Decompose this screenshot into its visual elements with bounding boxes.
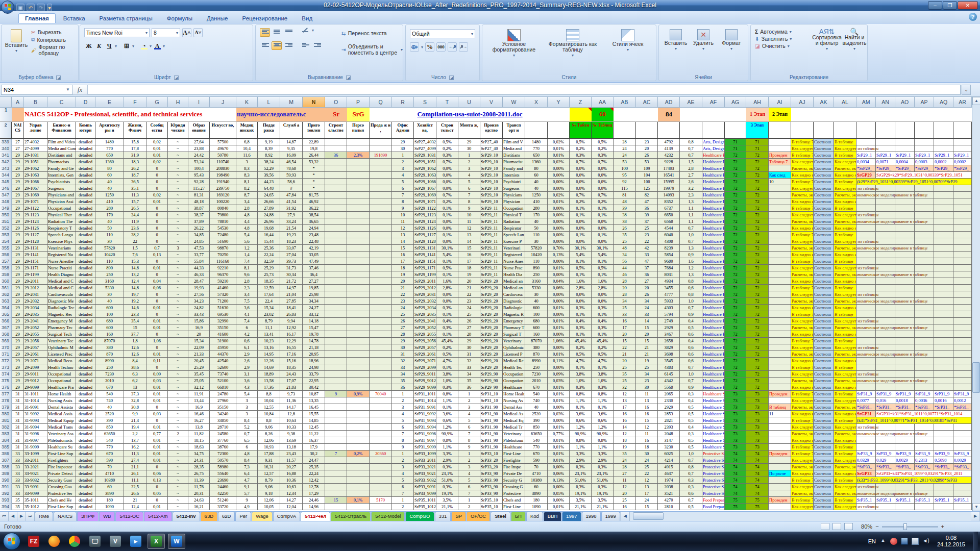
shrink-font-button[interactable]: A˅ <box>193 28 203 37</box>
column-header-R[interactable]: R <box>392 97 414 108</box>
table-row[interactable]: 3552929-1131Veterinariansdetailed578201,… <box>0 245 972 252</box>
table-row[interactable]: 3843131-9097Phlebotomistsdetailed54013,7… <box>0 437 972 444</box>
table-row[interactable]: 3853131-9099Healthcare Sudetailed77016,2… <box>0 444 972 450</box>
sheet-tab-Steel[interactable]: Steel <box>491 512 510 521</box>
column-header-AB[interactable]: AB <box>614 97 636 108</box>
table-row[interactable]: 3793131-9091Dental Assistadetailed4030,8… <box>0 404 972 411</box>
grid-row-2[interactable]: 2NAI CSУправ лениеБизнес-и ФинансовКомпь… <box>0 122 972 139</box>
horizontal-scroll-thumb[interactable] <box>633 512 664 520</box>
align-top-button[interactable] <box>260 28 270 37</box>
accounting-format-button[interactable]: ⟴ <box>410 42 419 52</box>
column-header-AQ[interactable]: AQ <box>934 97 953 108</box>
insert-function-button[interactable]: fx <box>72 85 88 95</box>
merge-center-button[interactable]: ⇥Объединить и поместить в центре▾ <box>341 43 403 56</box>
borders-button[interactable]: ⊞ <box>122 41 131 51</box>
table-row[interactable]: 3422929-1051Pharmacistsdetailed136018,30… <box>0 159 972 165</box>
tray-display-icon[interactable] <box>901 538 908 545</box>
sheet-tab-62D[interactable]: 62D <box>218 512 235 521</box>
table-row[interactable]: 3582929-1171Nurse Practitidetailed89014,… <box>0 265 972 271</box>
conditional-formatting-button[interactable]: Условное форматирование▾ <box>488 29 540 58</box>
office-button[interactable] <box>1 1 14 14</box>
column-header-AI[interactable]: AI <box>769 97 791 108</box>
increase-indent-button[interactable] <box>312 41 322 50</box>
number-dialog-launcher-icon[interactable]: ◢ <box>449 76 454 80</box>
sheet-tab-ЗПРФ[interactable]: ЗПРФ <box>77 512 99 521</box>
formula-bar-expand-icon[interactable]: ⌄ <box>962 85 971 95</box>
cut-button[interactable]: ✂Вырезать <box>31 29 78 35</box>
table-row[interactable]: 3823131-9094Medical Transdetailed85019,4… <box>0 424 972 431</box>
table-row[interactable]: 3562929-1141Registered Nudetailed104207,… <box>0 252 972 258</box>
column-header-S[interactable]: S <box>414 97 436 108</box>
start-button[interactable] <box>3 533 20 550</box>
table-row[interactable]: 3762929-9099Healthcare Pradetailed670130… <box>0 384 972 391</box>
taskbar-icon-media-player[interactable]: ▸ <box>127 534 144 549</box>
tray-ati-icon[interactable] <box>890 538 897 545</box>
paste-button[interactable]: Вставить▾ <box>5 29 28 54</box>
table-row[interactable]: 3642929-2034Radiologic Tecdetailed60014,… <box>0 305 972 311</box>
sheet-tab-331[interactable]: 331 <box>435 512 451 521</box>
sort-filter-button[interactable]: АЯ⇅ Сортировка и фильтр▾ <box>811 29 843 52</box>
taskbar-icon-filezilla[interactable]: FZ <box>25 534 42 549</box>
ribbon-tab-Разметка страницы[interactable]: Разметка страницы <box>93 13 159 23</box>
find-select-button[interactable]: 🔍 Найти и выделить▾ <box>843 29 866 52</box>
column-header-V[interactable]: V <box>480 97 503 108</box>
column-header-AR[interactable]: AR <box>953 97 972 108</box>
decrease-decimal-button[interactable]: ,0→ <box>459 42 468 52</box>
tray-show-hidden-icon[interactable]: ▲ <box>879 538 887 545</box>
taskbar-icon-remote-desktop[interactable]: 🖵 <box>86 534 104 549</box>
table-row[interactable]: 3412929-1031Dietitians anddetailed65031,… <box>0 152 972 159</box>
table-row[interactable]: 3392727-4032Film and Videodetailed148015… <box>0 139 972 145</box>
column-header-I[interactable]: I <box>188 97 210 108</box>
column-header-Z[interactable]: Z <box>570 97 592 108</box>
align-center-button[interactable] <box>272 41 282 50</box>
table-row[interactable]: 3472929-1069Physicians anddetailed125011… <box>0 192 972 198</box>
sheet-tab-SP[interactable]: SP <box>451 512 466 521</box>
column-header-W[interactable]: W <box>503 97 525 108</box>
table-row[interactable]: 3752929-9012Occupationaldetailed20106,20… <box>0 378 972 384</box>
sheet-tab-1998[interactable]: 1998 <box>582 512 601 521</box>
fill-color-button[interactable]: ◔ <box>139 41 149 51</box>
help-button[interactable]: ? <box>969 13 977 21</box>
table-row[interactable]: 3773131-1011Home Healthdetailed54037,30,… <box>0 391 972 397</box>
column-header-F[interactable]: F <box>124 97 146 108</box>
column-header-H[interactable]: H <box>168 97 188 108</box>
zoom-slider[interactable] <box>882 526 938 528</box>
sheet-tab-5412-Чел[interactable]: 5412-Чел <box>301 512 330 521</box>
language-indicator[interactable]: EN <box>868 538 876 544</box>
column-header-AN[interactable]: AN <box>876 97 895 108</box>
minimize-button[interactable]: – <box>928 1 942 10</box>
table-row[interactable]: 3662929-2041Emergency Mdetailed68035,40,… <box>0 318 972 324</box>
vertical-scroll-thumb[interactable] <box>972 362 980 393</box>
format-as-table-button[interactable]: Форматировать как таблицу▾ <box>545 29 601 58</box>
table-row[interactable]: 3512929-1124Radiation Thedetailed4011,90… <box>0 218 972 225</box>
taskbar-icon-word[interactable]: W <box>168 534 185 549</box>
sheet-nav-icon[interactable]: ▶ <box>17 512 26 521</box>
font-dialog-launcher-icon[interactable]: ◢ <box>174 76 179 80</box>
column-header-Q[interactable]: Q <box>370 97 392 108</box>
table-row[interactable]: 3682929-2055Surgical Techdetailed16037,7… <box>0 331 972 338</box>
formula-input[interactable] <box>88 85 961 95</box>
zoom-level[interactable]: 80% <box>861 523 872 530</box>
sheet-tab-RMe[interactable]: RMe <box>35 512 53 521</box>
view-page-break-button[interactable] <box>844 523 853 530</box>
table-row[interactable]: 3692929-2056Veterinary Tecdetailed870701… <box>0 338 972 344</box>
sheet-tab-5412-Inv[interactable]: 5412-Inv <box>173 512 200 521</box>
zoom-out-icon[interactable]: − <box>875 523 878 530</box>
grid-row-1[interactable]: 1NAICS 5412OP - Professional, scientific… <box>0 108 972 122</box>
column-header-P[interactable]: P <box>347 97 370 108</box>
column-header-N[interactable]: N <box>303 97 325 108</box>
column-header-L[interactable]: L <box>258 97 280 108</box>
vertical-scrollbar[interactable]: ▲ ▼ <box>972 97 980 511</box>
sheet-tab-ВВП[interactable]: ВВП <box>544 512 562 521</box>
view-normal-button[interactable] <box>821 523 829 530</box>
show-desktop-button[interactable] <box>973 532 978 551</box>
tray-volume-icon[interactable]: ◄) <box>922 538 929 545</box>
column-header-AL[interactable]: AL <box>834 97 856 108</box>
align-right-button[interactable] <box>283 41 293 50</box>
italic-button[interactable]: К <box>94 41 104 51</box>
column-header-A[interactable]: A <box>12 97 24 108</box>
font-size-combo[interactable]: 8▾ <box>152 28 180 37</box>
table-row[interactable]: 3873333-2011Firefightersdetailed59027,40… <box>0 457 972 464</box>
column-header-AE[interactable]: AE <box>680 97 702 108</box>
alignment-dialog-launcher-icon[interactable]: ◢ <box>346 76 351 80</box>
